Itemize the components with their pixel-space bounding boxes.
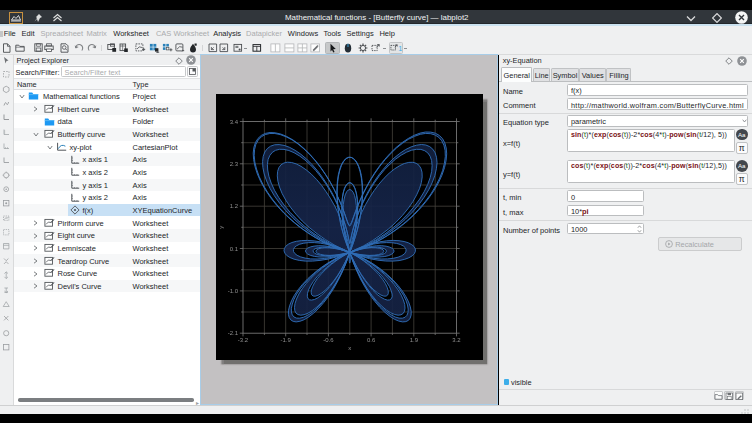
svg-text:1.9: 1.9 bbox=[410, 337, 419, 343]
svg-text:x: x bbox=[348, 344, 351, 350]
svg-text:1: 1 bbox=[398, 45, 402, 54]
svg-text:0.6: 0.6 bbox=[367, 337, 376, 343]
svg-text:y: y bbox=[218, 225, 224, 228]
svg-text:-0.6: -0.6 bbox=[323, 337, 334, 343]
svg-text:-3.2: -3.2 bbox=[238, 337, 249, 343]
svg-text:-2.1: -2.1 bbox=[228, 330, 239, 336]
svg-text:2.3: 2.3 bbox=[230, 160, 239, 166]
svg-text:-1.9: -1.9 bbox=[281, 337, 292, 343]
svg-text:1.2: 1.2 bbox=[230, 203, 239, 209]
svg-text:0.1: 0.1 bbox=[230, 245, 239, 251]
svg-text:-1.0: -1.0 bbox=[228, 287, 239, 293]
svg-text:3.4: 3.4 bbox=[230, 118, 239, 124]
svg-text:3.2: 3.2 bbox=[452, 337, 461, 343]
